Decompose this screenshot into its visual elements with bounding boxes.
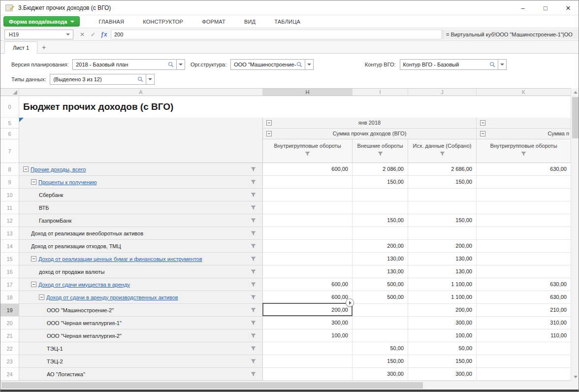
cell-name-box[interactable]: H19 bbox=[4, 30, 73, 39]
filter-icon[interactable] bbox=[251, 218, 256, 223]
filter-icon[interactable] bbox=[251, 179, 256, 185]
cell-I22[interactable]: 50,00 bbox=[353, 342, 408, 355]
org-filter-combo[interactable]: ООО "Машиностроение-1" bbox=[230, 59, 314, 70]
cell-I17[interactable]: 500,00 bbox=[353, 278, 408, 291]
formula-input[interactable]: 200 bbox=[111, 30, 442, 39]
cell-I12[interactable]: 150,00 bbox=[353, 214, 408, 227]
cell-H12[interactable] bbox=[263, 214, 353, 227]
cell-I11[interactable] bbox=[353, 201, 408, 214]
cell-J18[interactable]: 1 100,00 bbox=[408, 291, 477, 304]
column-header-K[interactable]: K bbox=[477, 89, 571, 96]
filter-icon[interactable] bbox=[251, 333, 256, 338]
add-sheet-button[interactable]: + bbox=[37, 41, 50, 53]
row-number[interactable]: 19 bbox=[0, 304, 19, 317]
filter-icon[interactable] bbox=[251, 166, 256, 172]
cell-K8[interactable]: 630,00 bbox=[477, 163, 571, 176]
row-label-cell[interactable]: ООО "Черная металлургия-2" bbox=[19, 329, 263, 342]
row-number[interactable]: 12 bbox=[0, 214, 19, 227]
measure-group-header-next[interactable]: Сумма п bbox=[477, 129, 571, 139]
period-group-header[interactable]: янв 2018 bbox=[263, 118, 477, 129]
filter-icon[interactable] bbox=[251, 243, 256, 249]
cell-I15[interactable]: 130,00 bbox=[353, 253, 408, 265]
filter-icon[interactable] bbox=[440, 151, 445, 157]
cell-I23[interactable]: 150,00 bbox=[353, 355, 408, 368]
cell-I21[interactable] bbox=[353, 329, 408, 342]
dropdown-button[interactable] bbox=[146, 74, 155, 85]
vertical-scroll-thumb[interactable] bbox=[572, 97, 579, 138]
row-number[interactable]: 7 bbox=[0, 139, 19, 163]
filter-icon[interactable] bbox=[251, 230, 256, 236]
filter-icon[interactable] bbox=[251, 346, 256, 351]
cell-J12[interactable]: 150,00 bbox=[408, 214, 477, 227]
filter-icon[interactable] bbox=[305, 151, 310, 157]
cell-drill-button[interactable] bbox=[346, 298, 354, 307]
cell-K16[interactable] bbox=[477, 265, 571, 278]
collapse-minus-icon[interactable] bbox=[31, 282, 36, 287]
scroll-up-icon[interactable] bbox=[571, 88, 579, 96]
ribbon-tab-constructor[interactable]: КОНСТРУКТОР bbox=[143, 19, 183, 25]
value-column-caption[interactable]: Внутригрупповые обороты bbox=[477, 139, 571, 163]
row-label-cell[interactable]: Доход от сдачи имущества в аренду bbox=[19, 278, 263, 291]
row-number[interactable]: 15 bbox=[0, 253, 19, 265]
row-label-cell[interactable]: Проценты к получению bbox=[19, 176, 263, 189]
cell-H14[interactable] bbox=[263, 240, 353, 253]
filter-icon[interactable] bbox=[251, 307, 256, 313]
column-header-H[interactable]: H bbox=[263, 89, 353, 96]
filter-icon[interactable] bbox=[251, 192, 256, 197]
row-label-cell[interactable]: Доход от реализации внеоборотных активов bbox=[19, 227, 263, 240]
maximize-button[interactable]: □ bbox=[534, 0, 557, 15]
row-label[interactable]: Доход от сдачи в аренду производственных… bbox=[46, 294, 193, 300]
cell-J11[interactable] bbox=[408, 201, 477, 214]
dropdown-button[interactable] bbox=[176, 59, 185, 70]
row-label[interactable]: Доход от сдачи имущества в аренду bbox=[38, 282, 145, 288]
datatypes-filter-combo[interactable]: (Выделено 3 из 12) bbox=[50, 74, 155, 85]
filter-icon[interactable] bbox=[251, 359, 256, 364]
filter-icon[interactable] bbox=[251, 256, 256, 261]
version-filter-value[interactable]: 2018 - Базовый план bbox=[73, 62, 168, 67]
filter-icon[interactable] bbox=[251, 269, 256, 274]
row-label-cell[interactable]: ООО "Машиностроение-2" bbox=[19, 304, 263, 317]
horizontal-scroll-thumb[interactable] bbox=[1, 382, 423, 389]
row-number[interactable]: 21 bbox=[0, 329, 19, 342]
row-label[interactable]: Прочие доходы, всего bbox=[31, 166, 100, 172]
row-label-cell[interactable]: ТЭЦ-1 bbox=[19, 342, 263, 355]
filter-icon[interactable] bbox=[251, 205, 256, 210]
cell-H16[interactable] bbox=[263, 265, 353, 278]
filter-icon[interactable] bbox=[521, 151, 526, 157]
collapse-minus-icon[interactable] bbox=[480, 120, 485, 126]
cell-J22[interactable]: 50,00 bbox=[408, 342, 477, 355]
period-group-header-next[interactable] bbox=[477, 118, 571, 129]
form-io-button[interactable]: Форма ввода/вывода bbox=[3, 16, 80, 27]
cell-J9[interactable]: 150,00 bbox=[408, 176, 477, 189]
row-number[interactable]: 22 bbox=[0, 342, 19, 355]
cell-H21[interactable]: 100,00 bbox=[263, 329, 353, 342]
cell-H13[interactable] bbox=[263, 227, 353, 240]
horizontal-scrollbar[interactable] bbox=[0, 381, 571, 390]
row-label-cell[interactable]: ГазпромБанк bbox=[19, 214, 263, 227]
cell-J24[interactable]: 300,00 bbox=[408, 368, 477, 381]
row-label[interactable]: Доход от реализации ценных бумаг и финан… bbox=[38, 256, 217, 262]
dropdown-button[interactable] bbox=[305, 59, 314, 70]
cell-K12[interactable] bbox=[477, 214, 571, 227]
confirm-entry-icon[interactable] bbox=[88, 30, 98, 39]
cell-I10[interactable] bbox=[353, 189, 408, 201]
row-label-cell[interactable]: ТЭЦ-2 bbox=[19, 355, 263, 368]
filter-icon[interactable] bbox=[251, 320, 256, 326]
cell-I18[interactable]: 500,00 bbox=[353, 291, 408, 304]
cell-H17[interactable]: 600,00 bbox=[263, 278, 353, 291]
cell-I13[interactable] bbox=[353, 227, 408, 240]
cell-J15[interactable]: 130,00 bbox=[408, 253, 477, 265]
measure-group-header[interactable]: Сумма прочих доходов (ВГО) bbox=[263, 129, 477, 139]
search-icon[interactable] bbox=[137, 76, 143, 82]
cell-H23[interactable] bbox=[263, 355, 353, 368]
column-header-A[interactable]: A bbox=[19, 89, 263, 96]
row-label[interactable]: Проценты к получению bbox=[38, 179, 111, 185]
cell-J20[interactable]: 300,00 bbox=[408, 317, 477, 329]
ribbon-tab-table[interactable]: ТАБЛИЦА bbox=[274, 19, 300, 25]
cell-K11[interactable] bbox=[477, 201, 571, 214]
select-all-corner[interactable] bbox=[0, 89, 19, 96]
cell-K22[interactable] bbox=[477, 342, 571, 355]
cell-I8[interactable]: 2 086,00 bbox=[353, 163, 408, 176]
vgo-filter-value[interactable]: Контур ВГО - Базовый bbox=[400, 62, 489, 67]
row-label-cell[interactable]: ООО "Черная металлургия-1" bbox=[19, 317, 263, 329]
